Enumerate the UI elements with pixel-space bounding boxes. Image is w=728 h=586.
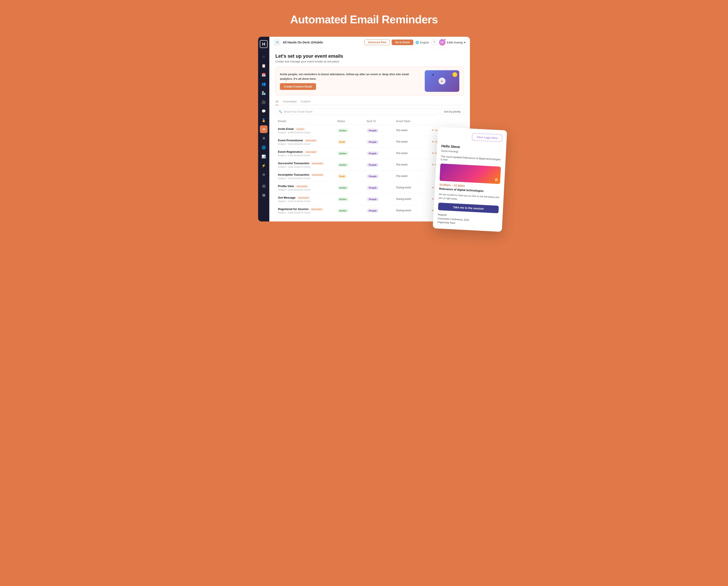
status-badge: Draft <box>337 175 347 178</box>
sidebar-logo: H <box>260 40 267 48</box>
event-state: Pre-event <box>396 140 432 143</box>
user-menu[interactable]: EK Edith Koenig ▾ <box>439 39 466 46</box>
email-name-cell: Invite EmailCustom Subject : Invite Emai… <box>278 127 337 134</box>
sidebar: H ⌂ 📋 📅 👥 🏪 🎥 💬 🏅 ✉ 🖥 🌐 📊 ⚡ ⚙ ▤ ▦ <box>258 37 269 221</box>
content-header: Let's set up your event emails Create an… <box>276 53 464 63</box>
col-emails: Emails <box>278 120 337 123</box>
table-row: Event RegistrationAutomated Subject : In… <box>276 148 464 159</box>
email-tag: Automated <box>311 174 324 176</box>
event-name: All Hands On Deck @Hubilo <box>283 41 362 44</box>
event-state: During-event <box>396 197 432 201</box>
event-state: Pre-event <box>396 163 432 166</box>
email-subject: Subject : Invite Email for Event <box>278 200 337 203</box>
video-icon[interactable]: 🎥 <box>260 98 267 106</box>
email-tag: Automated <box>297 196 310 199</box>
sent-to-badge: People <box>367 152 379 155</box>
email-tag: Automated <box>304 151 317 153</box>
logo-placeholder: Your Logo Here <box>472 133 502 142</box>
page-title: Automated Email Reminders <box>290 13 438 26</box>
calendar-icon[interactable]: 📅 <box>260 71 267 79</box>
event-state: Pre-event <box>396 152 432 155</box>
globe-icon[interactable]: 🌐 <box>260 143 267 151</box>
sent-to-badge: People <box>367 129 379 132</box>
email-name-cell: Registered for SessionAutomated Subject … <box>278 207 337 214</box>
email-preview-card: Your Logo Here Hello Steve Good morning!… <box>433 127 507 232</box>
email-subject: Subject : Invite Email for Event <box>278 154 337 157</box>
avatar: EK <box>439 39 445 46</box>
email-subject: Subject : Invite Email for Event <box>278 177 337 180</box>
email-subject: Subject : Invite Email for Event <box>278 188 337 191</box>
badge-icon[interactable]: 🏅 <box>260 116 267 124</box>
create-custom-email-button[interactable]: Create Custom Email <box>280 83 316 90</box>
settings-icon[interactable]: ⚙ <box>260 171 267 179</box>
people-icon[interactable]: 👥 <box>260 80 267 88</box>
preview-regards: Regards Connection Conference, 2022 Orga… <box>437 213 498 227</box>
email-subject: Subject : Invite Email for Event <box>278 211 337 214</box>
tab-automated[interactable]: Automated <box>283 100 296 105</box>
sort-button[interactable]: Sort by priority <box>441 108 464 115</box>
chart-icon[interactable]: 📊 <box>260 153 267 160</box>
go-to-event-button[interactable]: Go to Event <box>392 39 413 45</box>
advanced-plan-button[interactable]: Advanced Plan <box>364 39 390 45</box>
email-name: Invite Email <box>278 127 293 131</box>
search-placeholder: Search by Email Name <box>284 110 313 113</box>
email-subject: Subject : Invite Email for Event <box>278 131 337 134</box>
sent-to-badge: People <box>367 140 379 144</box>
email-name: Event Promotional <box>278 139 303 142</box>
chat-icon[interactable]: 💬 <box>260 107 267 115</box>
email-name: Profile View <box>278 185 294 188</box>
email-tag: Automated <box>310 208 323 211</box>
table-row: Successful TransactionAutomated Subject … <box>276 159 464 170</box>
content-heading: Let's set up your event emails <box>276 53 343 59</box>
email-name: Got Message <box>278 196 295 199</box>
col-sent-to: Sent To <box>367 120 396 123</box>
search-bar: 🔍 Search by Email Name Sort by priority <box>276 108 464 115</box>
help-button[interactable]: ? <box>431 39 437 45</box>
email-subject: Subject : Invite Email for Event <box>278 142 337 145</box>
email-name: Registered for Session <box>278 208 309 211</box>
booth-icon[interactable]: 🏪 <box>260 89 267 97</box>
bolt-icon[interactable]: ⚡ <box>260 162 267 169</box>
preview-event-image: 🖥 <box>439 164 501 184</box>
promo-text: Invite people, set reminders to boost at… <box>280 72 420 81</box>
email-name-cell: Profile ViewAutomated Subject : Invite E… <box>278 184 337 191</box>
status-badge: Active <box>337 186 349 190</box>
email-tag: Automated <box>311 162 324 165</box>
email-tag: Custom <box>295 128 305 131</box>
table-header: Emails Status Sent To Event State <box>276 118 464 125</box>
sent-to-badge: People <box>367 163 379 167</box>
sent-to-badge: People <box>367 175 379 178</box>
chevron-down-icon: ▾ <box>464 41 466 44</box>
document-icon[interactable]: 📋 <box>260 62 267 70</box>
table-row: Invite EmailCustom Subject : Invite Emai… <box>276 125 464 136</box>
home-icon[interactable]: ⌂ <box>260 53 267 60</box>
tab-all[interactable]: All <box>276 100 279 105</box>
sent-to-badge: People <box>367 186 379 190</box>
event-state: Pre-event <box>396 175 432 178</box>
status-badge: Active <box>337 163 349 167</box>
email-name: Event Registration <box>278 150 303 153</box>
email-name: Incomplete Transaction <box>278 173 309 176</box>
language-selector[interactable]: 🌐 English <box>415 41 429 44</box>
col-event-state: Event State <box>396 120 432 123</box>
status-badge: Active <box>337 129 349 132</box>
email-name-cell: Successful TransactionAutomated Subject … <box>278 161 337 168</box>
col-status: Status <box>337 120 367 123</box>
email-name: Successful Transaction <box>278 162 309 165</box>
email-icon[interactable]: ✉ <box>260 125 267 133</box>
event-state: Pre-event <box>396 129 432 132</box>
status-badge: Active <box>337 152 349 155</box>
stack-icon[interactable]: ▤ <box>260 182 267 190</box>
promo-image: ▶ 🟡 ↗ <box>425 70 459 92</box>
email-name-cell: Incomplete TransactionAutomated Subject … <box>278 172 337 180</box>
promo-card: Invite people, set reminders to boost at… <box>276 66 464 96</box>
preview-cta-button[interactable]: Take me to the session <box>438 203 499 213</box>
topbar: 📧 All Hands On Deck @Hubilo Advanced Pla… <box>269 37 470 48</box>
globe-icon: 🌐 <box>415 41 419 44</box>
layout-icon[interactable]: ▦ <box>260 191 267 199</box>
monitor-icon[interactable]: 🖥 <box>260 134 267 142</box>
user-name: Edith Koenig <box>447 41 463 44</box>
play-button[interactable]: ▶ <box>439 78 445 84</box>
search-input-wrapper[interactable]: 🔍 Search by Email Name <box>276 108 439 115</box>
tab-custom[interactable]: Custom <box>301 100 310 105</box>
